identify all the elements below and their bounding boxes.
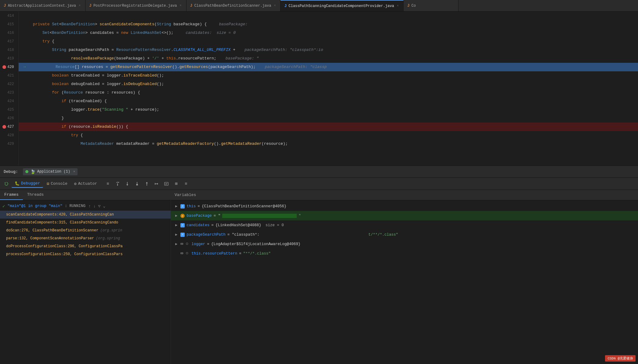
svg-marker-10 bbox=[146, 182, 148, 183]
line-number-416: 416 bbox=[2, 29, 16, 37]
step-into-button[interactable] bbox=[123, 180, 132, 188]
list-view-button[interactable]: ≡ bbox=[103, 180, 112, 188]
thread-status: : RUNNING bbox=[65, 204, 85, 208]
run-to-cursor-button[interactable] bbox=[152, 180, 161, 188]
frame-item-0[interactable]: scanCandidateComponents:420, ClassPathSc… bbox=[0, 211, 171, 219]
frame-package: (org.sprin bbox=[100, 228, 122, 233]
var-eq: = bbox=[198, 204, 200, 209]
thread-name: "main"@1 in group "main" bbox=[7, 204, 62, 208]
var-expand-this[interactable]: ▶ bbox=[174, 203, 179, 209]
thread-filter-button[interactable]: ▽ bbox=[98, 203, 101, 209]
var-expand-logger[interactable]: ▶ bbox=[174, 241, 179, 247]
force-step-into-button[interactable] bbox=[132, 180, 142, 188]
code-line-426: } bbox=[19, 114, 638, 123]
thread-arrows: ↑ ↓ ▽ ⌄ bbox=[88, 203, 106, 209]
field-icon: f bbox=[180, 204, 185, 209]
actuator-icon: ⚙ bbox=[74, 181, 77, 186]
var-extra-candidates: size = 0 bbox=[266, 223, 284, 227]
var-item-this[interactable]: ▶ f this = {ClassPathBeanDefinitionScann… bbox=[171, 202, 638, 211]
more-options-button[interactable]: ≡ bbox=[181, 180, 190, 188]
frame-item-2[interactable]: doScan:276, ClassPathBeanDefinitionScann… bbox=[0, 227, 171, 234]
panel-tabs: Frames Threads bbox=[0, 190, 171, 200]
svg-marker-12 bbox=[157, 183, 158, 185]
breakpoint-indicator-420[interactable] bbox=[2, 65, 6, 69]
tab-label: ClassPathBeanDefinitionScanner.java bbox=[194, 4, 271, 8]
var-item-candidates[interactable]: ▶ f candidates = {LinkedHashSet@4088} si… bbox=[171, 220, 638, 230]
var-key-logger: logger bbox=[191, 242, 205, 246]
frame-item-3[interactable]: parse:132, ComponentScanAnnotationParser… bbox=[0, 234, 171, 242]
tab-label: AbstractApplicationContext.java bbox=[8, 4, 76, 8]
line-number-414: 414 bbox=[2, 12, 16, 20]
frame-method: scanCandidateComponents:420, ClassPathSc… bbox=[6, 212, 114, 217]
tab-label: PostProcessorRegistrationDelegate.java bbox=[93, 4, 177, 8]
table-view-button[interactable]: ⊞ bbox=[172, 180, 181, 188]
tab-close-button[interactable]: × bbox=[179, 3, 183, 8]
var-key-this: this bbox=[187, 204, 196, 209]
var-eq: = bbox=[207, 242, 209, 246]
tab-close-button[interactable]: × bbox=[273, 3, 277, 8]
step-over-button[interactable] bbox=[113, 180, 122, 188]
var-item-package-search-path[interactable]: ▶ f packageSearchPath = "classpath*: t/*… bbox=[171, 230, 638, 239]
thread-expand-button[interactable]: ⌄ bbox=[102, 203, 106, 209]
var-expand-base-package[interactable]: ▶ bbox=[174, 213, 179, 219]
var-expand-candidates[interactable]: ▶ bbox=[174, 222, 179, 228]
actuator-tab[interactable]: ⚙ Actuator bbox=[71, 180, 100, 187]
java-icon: J bbox=[190, 3, 193, 8]
line-number-422: 422 bbox=[2, 80, 16, 88]
frame-method: parse:132, ComponentScanAnnotationParser bbox=[6, 236, 94, 241]
tab-close-button[interactable]: × bbox=[78, 3, 82, 8]
var-item-base-package[interactable]: ▶ p basePackage = " " bbox=[171, 211, 638, 220]
line-number-428: 428 bbox=[2, 131, 16, 140]
infinity-icon-4: ○ bbox=[186, 251, 188, 256]
field-icon: f bbox=[180, 223, 185, 227]
thread-up-button[interactable]: ↑ bbox=[88, 203, 92, 209]
console-icon: ⊡ bbox=[47, 181, 49, 186]
code-line-415: private Set<BeanDefinition> scanCandidat… bbox=[19, 20, 638, 29]
debug-session[interactable]: 🍃 Application (1) × bbox=[23, 168, 78, 175]
rerun-button[interactable] bbox=[2, 180, 11, 188]
frame-item-4[interactable]: doProcessConfigurationClass:296, Configu… bbox=[0, 242, 171, 250]
frame-method: processConfigurationClass:250, Configura… bbox=[6, 252, 123, 256]
step-out-button[interactable] bbox=[142, 180, 151, 188]
frame-item-1[interactable]: findCandidateComponents:315, ClassPathSc… bbox=[0, 219, 171, 227]
var-expand-package-search-path[interactable]: ▶ bbox=[174, 232, 179, 237]
thread-down-button[interactable]: ↓ bbox=[93, 203, 96, 209]
tab-post-processor[interactable]: J PostProcessorRegistrationDelegate.java… bbox=[85, 0, 186, 11]
var-value-base-package-end: " bbox=[299, 214, 301, 218]
frame-item-5[interactable]: processConfigurationClass:250, Configura… bbox=[0, 250, 171, 258]
svg-marker-3 bbox=[117, 185, 118, 186]
tab-abstract-application-context[interactable]: J AbstractApplicationContext.java × bbox=[0, 0, 85, 11]
session-name: Application (1) bbox=[37, 170, 70, 174]
line-number-419: 419 bbox=[2, 54, 16, 63]
tab-class-path-bean[interactable]: J ClassPathBeanDefinitionScanner.java × bbox=[187, 0, 281, 11]
var-item-logger[interactable]: ▶ ∞ ○ logger = {LogAdapter$Slf4jLocation… bbox=[171, 239, 638, 249]
line-number-425: 425 bbox=[2, 105, 16, 114]
var-item-resource-pattern[interactable]: ▶ ∞ ○ this.resourcePattern = "**/*.class… bbox=[171, 249, 638, 258]
debugger-label: Debugger bbox=[21, 181, 40, 186]
var-key-package-search-path: packageSearchPath bbox=[187, 233, 226, 237]
line-number-429: 429 bbox=[2, 140, 16, 148]
session-close-button[interactable]: × bbox=[73, 170, 75, 173]
infinity-icon-3: ∞ bbox=[180, 251, 183, 256]
code-line-419: resolveBasePackage(basePackage) + '/' + … bbox=[19, 54, 638, 63]
threads-tab[interactable]: Threads bbox=[23, 190, 48, 200]
tab-bar: J AbstractApplicationContext.java × J Po… bbox=[0, 0, 638, 12]
line-number-424: 424 bbox=[2, 97, 16, 105]
tab-co[interactable]: J Co bbox=[404, 0, 459, 11]
debugger-tab[interactable]: 🐛 Debugger bbox=[12, 180, 43, 188]
code-container: 414 415 416 417 418 419 420 421 422 423 … bbox=[0, 12, 638, 166]
editor-area: 414 415 416 417 418 419 420 421 422 423 … bbox=[0, 12, 638, 166]
line-numbers: 414 415 416 417 418 419 420 421 422 423 … bbox=[0, 12, 19, 166]
tab-close-button[interactable]: × bbox=[396, 4, 400, 8]
line-number-427: 427 bbox=[2, 123, 16, 131]
console-tab[interactable]: ⊡ Console bbox=[44, 180, 70, 187]
actuator-label: Actuator bbox=[78, 181, 97, 186]
tab-class-path-scanning[interactable]: J ClassPathScanningCandidateComponentPro… bbox=[281, 0, 403, 11]
var-eq: = " bbox=[214, 214, 221, 218]
line-number-423: 423 bbox=[2, 88, 16, 97]
svg-rect-14 bbox=[165, 182, 168, 185]
frames-tab[interactable]: Frames bbox=[0, 190, 23, 200]
breakpoint-indicator-427[interactable] bbox=[2, 125, 6, 129]
evaluate-button[interactable] bbox=[162, 180, 171, 188]
thread-check-icon: ✓ bbox=[2, 204, 5, 209]
